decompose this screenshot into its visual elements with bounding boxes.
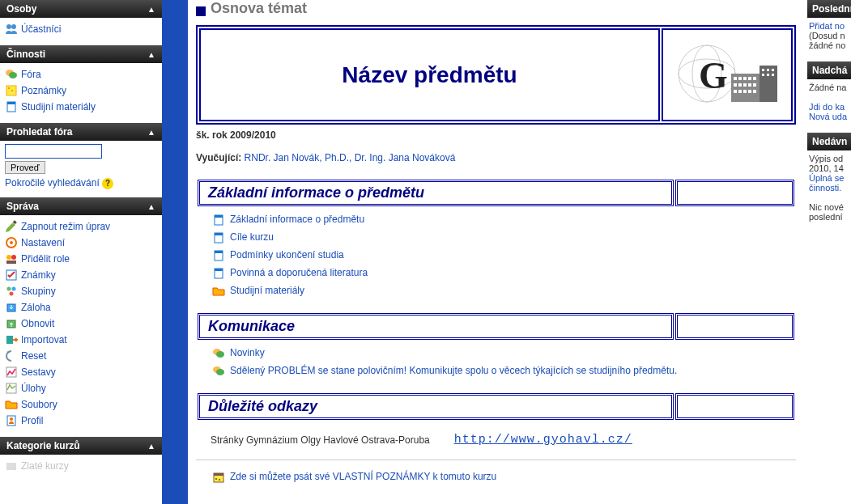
activity-label[interactable]: Studijní materiály xyxy=(230,285,304,296)
activity-item[interactable]: Novinky xyxy=(212,345,788,362)
collapse-icon[interactable]: ▲ xyxy=(147,202,155,211)
text: (Dosud n žádné no xyxy=(809,31,845,50)
svg-rect-40 xyxy=(748,83,751,87)
sidebar-item-zlate[interactable]: Zlaté kurzy xyxy=(5,458,157,474)
text: Nic nové poslední xyxy=(809,202,844,222)
link-label[interactable]: Účastníci xyxy=(21,23,61,35)
link-label[interactable]: Reset xyxy=(21,350,46,362)
resource-icon xyxy=(5,100,18,113)
activity-label[interactable]: Cíle kurzu xyxy=(230,231,274,243)
link-label[interactable]: Soubory xyxy=(21,399,57,410)
search-button[interactable]: Proveď xyxy=(5,161,45,174)
svg-rect-67 xyxy=(214,473,223,476)
sidebar-item-import[interactable]: Importovat xyxy=(5,332,157,348)
reports-icon xyxy=(5,366,18,379)
advanced-search-link[interactable]: Pokročilé vyhledávání xyxy=(5,177,100,188)
sidebar-item-tasks[interactable]: Úlohy xyxy=(5,380,157,396)
sidebar-item-materialy[interactable]: Studijní materiály xyxy=(5,99,157,115)
sidebar-item-grades[interactable]: Známky xyxy=(5,267,157,283)
collapse-icon[interactable]: ▲ xyxy=(147,50,155,59)
external-link-row: Stránky Gymnázium Olgy Havlové Ostrava-P… xyxy=(196,421,796,455)
notes-icon xyxy=(5,84,18,97)
sidebar-item-files[interactable]: Soubory xyxy=(5,396,157,413)
forum-icon xyxy=(212,347,225,360)
sidebar-item-reports[interactable]: Sestavy xyxy=(5,364,157,380)
svg-rect-32 xyxy=(734,77,737,80)
link-label[interactable]: Obnovit xyxy=(21,318,54,329)
resource-icon xyxy=(212,214,225,227)
notes-icon xyxy=(212,471,225,484)
link-label[interactable]: Známky xyxy=(21,269,56,281)
activity-label[interactable]: Novinky xyxy=(230,347,265,358)
sidebar-item-restore[interactable]: Obnovit xyxy=(5,316,157,332)
activity-list: Zde si můžete psát své VLASTNÍ POZNÁMKY … xyxy=(196,465,796,493)
resource-icon xyxy=(212,267,225,280)
svg-point-5 xyxy=(8,87,10,89)
activity-item[interactable]: Povinná a doporučená literatura xyxy=(212,265,788,282)
activity-label[interactable]: Podmínky ukončení studia xyxy=(230,249,344,260)
link-label[interactable]: Poznámky xyxy=(21,85,66,96)
sidebar-item-ucastnici[interactable]: Účastníci xyxy=(5,21,157,37)
link[interactable]: Úplná se činnosti. xyxy=(809,173,844,193)
link-label[interactable]: Nastavení xyxy=(21,237,65,248)
activity-label[interactable]: Základní informace o předmětu xyxy=(230,214,364,225)
svg-point-17 xyxy=(12,287,16,291)
search-input[interactable] xyxy=(5,144,102,159)
sidebar-item-backup[interactable]: Záloha xyxy=(5,299,157,316)
collapse-icon[interactable]: ▲ xyxy=(147,128,155,137)
link-label[interactable]: Přidělit role xyxy=(21,253,70,265)
svg-rect-57 xyxy=(215,233,223,235)
svg-rect-42 xyxy=(734,90,737,93)
link[interactable]: Přidat no xyxy=(809,21,845,31)
link-label[interactable]: Skupiny xyxy=(21,286,56,297)
sidebar-item-profile[interactable]: Profil xyxy=(5,413,157,429)
activity-item-notes[interactable]: Zde si můžete psát své VLASTNÍ POZNÁMKY … xyxy=(212,468,788,486)
link[interactable]: Jdi do ka xyxy=(809,102,845,112)
block-kategorie: Kategorie kurzů ▲ Zlaté kurzy xyxy=(0,437,162,477)
link[interactable]: Nová uda xyxy=(809,112,847,121)
block-nedavn: Nedávn Výpis od 2010, 14 Úplná se činnos… xyxy=(807,133,851,225)
external-url[interactable]: http://www.gyohavl.cz/ xyxy=(454,433,632,447)
help-icon[interactable]: ? xyxy=(102,178,113,189)
link-label[interactable]: Studijní materiály xyxy=(21,101,96,112)
link-label[interactable]: Zapnout režim úprav xyxy=(21,221,110,232)
activity-item[interactable]: Studijní materiály xyxy=(212,282,788,300)
svg-point-65 xyxy=(216,369,224,375)
sidebar-item-fora[interactable]: Fóra xyxy=(5,66,157,83)
sidebar-item-poznamky[interactable]: Poznámky xyxy=(5,83,157,99)
sidebar-item-groups[interactable]: Skupiny xyxy=(5,283,157,299)
svg-point-13 xyxy=(11,255,16,260)
link-label[interactable]: Fóra xyxy=(21,69,41,80)
collapse-icon[interactable]: ▲ xyxy=(147,5,155,14)
activity-label[interactable]: Zde si můžete psát své VLASTNÍ POZNÁMKY … xyxy=(230,471,496,482)
activity-item[interactable]: Sdělený PROBLÉM se stane polovičním! Kom… xyxy=(212,362,788,380)
link-label[interactable]: Profil xyxy=(21,415,43,426)
activity-item[interactable]: Cíle kurzu xyxy=(212,229,788,247)
link-label[interactable]: Záloha xyxy=(21,302,51,313)
activity-label[interactable]: Sdělený PROBLÉM se stane polovičním! Kom… xyxy=(230,365,677,376)
sidebar-item-roles[interactable]: Přidělit role xyxy=(5,251,157,267)
activity-label[interactable]: Povinná a doporučená literatura xyxy=(230,267,368,278)
link-label[interactable]: Zlaté kurzy xyxy=(21,460,69,472)
collapse-icon[interactable]: ▲ xyxy=(147,442,155,451)
block-title: Prohledat fóra xyxy=(6,126,72,138)
sidebar-item-reset[interactable]: Reset xyxy=(5,348,157,364)
school-year: šk. rok 2009/2010 xyxy=(196,129,796,141)
reset-icon xyxy=(5,349,18,362)
link-label[interactable]: Importovat xyxy=(21,334,67,345)
svg-point-68 xyxy=(215,478,217,480)
activity-item[interactable]: Základní informace o předmětu xyxy=(212,211,788,229)
link-label[interactable]: Úlohy xyxy=(21,383,46,394)
link-label[interactable]: Sestavy xyxy=(21,366,56,378)
activity-item[interactable]: Podmínky ukončení studia xyxy=(212,247,788,265)
sidebar-item-settings[interactable]: Nastavení xyxy=(5,235,157,251)
svg-rect-33 xyxy=(738,77,742,80)
svg-rect-51 xyxy=(762,74,764,76)
svg-rect-59 xyxy=(215,251,223,253)
svg-rect-61 xyxy=(215,269,223,271)
sidebar-item-editmode[interactable]: Zapnout režim úprav xyxy=(5,218,157,235)
roles-icon xyxy=(5,252,18,265)
restore-icon xyxy=(5,317,18,330)
svg-rect-44 xyxy=(743,90,747,93)
edit-icon xyxy=(5,220,18,233)
